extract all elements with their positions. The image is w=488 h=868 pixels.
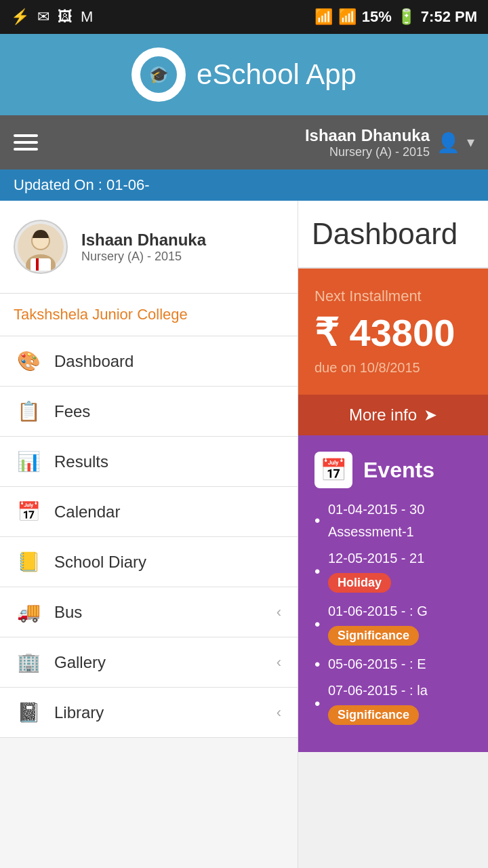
- hamburger-line-1: [14, 134, 38, 137]
- profile-class: Nursery (A) - 2015: [81, 250, 206, 264]
- sidebar-label-dashboard: Dashboard: [54, 352, 281, 371]
- hamburger-menu[interactable]: [14, 134, 38, 151]
- school-diary-icon: 📒: [16, 551, 41, 573]
- sidebar-label-fees: Fees: [54, 402, 281, 421]
- significance-badge-1: Significance: [328, 626, 419, 646]
- sidebar-item-library[interactable]: 📓 Library ‹: [0, 688, 298, 738]
- sidebar-item-results[interactable]: 📊 Results: [0, 437, 298, 487]
- battery-percent: 15%: [362, 8, 392, 26]
- library-icon: 📓: [16, 701, 41, 724]
- bus-arrow-icon: ‹: [277, 604, 281, 621]
- fees-icon: 📋: [16, 400, 41, 422]
- sidebar-item-gallery[interactable]: 🏢 Gallery ‹: [0, 637, 298, 688]
- avatar: [14, 220, 68, 274]
- events-title: Events: [363, 458, 434, 483]
- list-item: 07-06-2015 - : la Significance: [314, 683, 472, 725]
- logo-svg: 🎓: [138, 54, 179, 95]
- status-bar: ⚡ ✉ 🖼 M 📶 📶 15% 🔋 7:52 PM: [0, 0, 488, 34]
- user-info[interactable]: Ishaan Dhanuka Nursery (A) - 2015 👤 ▾: [305, 126, 474, 159]
- svg-text:🎓: 🎓: [150, 66, 169, 84]
- results-icon: 📊: [16, 450, 41, 473]
- sidebar-label-calendar: Calendar: [54, 502, 281, 521]
- events-card: 📅 Events 01-04-2015 - 30 Assessment-1 12…: [298, 435, 488, 752]
- list-item: 12-05-2015 - 21 Holiday: [314, 551, 472, 593]
- list-item: 05-06-2015 - : E: [314, 656, 472, 672]
- significance-badge-2: Significance: [328, 705, 419, 725]
- event-date-1: 01-04-2015 - 30: [328, 502, 424, 517]
- nav-user-name: Ishaan Dhanuka: [305, 126, 430, 145]
- gallery-arrow-icon: ‹: [277, 654, 281, 671]
- sidebar-item-bus[interactable]: 🚚 Bus ‹: [0, 587, 298, 637]
- list-item: 01-04-2015 - 30 Assessment-1: [314, 502, 472, 540]
- clock: 7:52 PM: [421, 8, 477, 26]
- event-date-3: 01-06-2015 - : G: [328, 604, 428, 619]
- more-info-label: More info: [349, 406, 417, 425]
- college-name: Takshshela Junior College: [0, 294, 298, 336]
- nav-user-class: Nursery (A) - 2015: [305, 145, 430, 159]
- sidebar: Ishaan Dhanuka Nursery (A) - 2015 Takshs…: [0, 201, 298, 868]
- battery-icon: 🔋: [397, 8, 415, 26]
- sidebar-label-results: Results: [54, 452, 281, 471]
- dashboard-title: Dashboard: [298, 201, 488, 269]
- calendar-icon: 📅: [16, 500, 41, 523]
- sidebar-item-calendar[interactable]: 📅 Calendar: [0, 487, 298, 537]
- status-right-icons: 📶 📶 15% 🔋 7:52 PM: [314, 8, 477, 26]
- app-title: eSchool App: [197, 58, 357, 91]
- holiday-badge: Holiday: [328, 573, 391, 593]
- main-container: Ishaan Dhanuka Nursery (A) - 2015 Takshs…: [0, 201, 488, 868]
- usb-icon: ⚡: [11, 8, 29, 26]
- hamburger-line-2: [14, 141, 38, 144]
- app-logo: 🎓: [131, 47, 186, 102]
- list-item: 01-06-2015 - : G Significance: [314, 604, 472, 646]
- events-list: 01-04-2015 - 30 Assessment-1 12-05-2015 …: [314, 502, 472, 725]
- sidebar-label-bus: Bus: [54, 603, 263, 622]
- sidebar-profile: Ishaan Dhanuka Nursery (A) - 2015: [0, 201, 298, 294]
- more-info-arrow-icon: ➤: [424, 406, 437, 425]
- wifi-icon: 📶: [314, 8, 333, 26]
- update-banner: Updated On : 01-06-: [0, 170, 488, 201]
- svg-rect-8: [36, 258, 39, 271]
- fee-card: Next Installment ₹ 43800 due on 10/8/201…: [298, 269, 488, 395]
- dropdown-arrow-icon: ▾: [467, 134, 474, 151]
- app-header: 🎓 eSchool App: [0, 34, 488, 115]
- hamburger-line-3: [14, 148, 38, 151]
- signal-icon: 📶: [338, 8, 357, 26]
- event-text-1: Assessment-1: [328, 524, 414, 540]
- gmail-icon: M: [81, 8, 93, 26]
- svg-rect-7: [30, 258, 51, 271]
- events-calendar-icon: 📅: [314, 452, 352, 488]
- library-arrow-icon: ‹: [277, 704, 281, 722]
- fee-due: due on 10/8/2015: [314, 360, 472, 376]
- sidebar-label-gallery: Gallery: [54, 653, 263, 672]
- profile-name: Ishaan Dhanuka: [81, 231, 206, 250]
- dashboard-icon: 🎨: [16, 350, 41, 372]
- fee-amount: ₹ 43800: [314, 311, 472, 355]
- event-date-2: 12-05-2015 - 21: [328, 551, 424, 566]
- events-header: 📅 Events: [314, 452, 472, 488]
- sidebar-item-dashboard[interactable]: 🎨 Dashboard: [0, 336, 298, 387]
- sidebar-label-school-diary: School Diary: [54, 553, 281, 572]
- event-date-5: 07-06-2015 - : la: [328, 683, 428, 698]
- gallery-icon: 🏢: [16, 651, 41, 673]
- image-icon: 🖼: [58, 8, 73, 26]
- sidebar-label-library: Library: [54, 703, 263, 722]
- status-left-icons: ⚡ ✉ 🖼 M: [11, 8, 93, 26]
- profile-text: Ishaan Dhanuka Nursery (A) - 2015: [81, 231, 206, 264]
- update-text: Updated On : 01-06-: [14, 176, 150, 194]
- user-avatar-icon: 👤: [436, 132, 460, 154]
- right-panel: Dashboard Next Installment ₹ 43800 due o…: [298, 201, 488, 868]
- user-details: Ishaan Dhanuka Nursery (A) - 2015: [305, 126, 430, 159]
- email-icon: ✉: [37, 8, 49, 26]
- event-date-4: 05-06-2015 - : E: [328, 656, 426, 672]
- sidebar-item-fees[interactable]: 📋 Fees: [0, 387, 298, 437]
- nav-bar: Ishaan Dhanuka Nursery (A) - 2015 👤 ▾: [0, 115, 488, 170]
- fee-label: Next Installment: [314, 288, 472, 305]
- sidebar-item-school-diary[interactable]: 📒 School Diary: [0, 537, 298, 587]
- bus-icon: 🚚: [16, 601, 41, 623]
- more-info-button[interactable]: More info ➤: [298, 395, 488, 435]
